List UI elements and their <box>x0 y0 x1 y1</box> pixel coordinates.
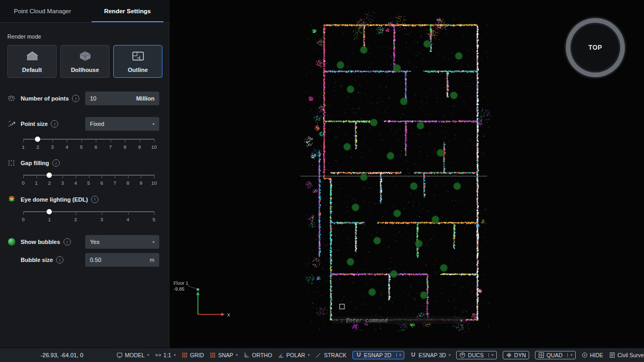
status-item-strack[interactable]: STRACK <box>315 352 347 358</box>
slider-tick <box>52 139 53 142</box>
chevron-down-icon[interactable]: ▾ <box>308 353 310 357</box>
dyn-icon <box>506 352 512 358</box>
slider-tick <box>154 175 155 178</box>
render-mode-default-label: Default <box>22 67 42 73</box>
status-item-hide[interactable]: HIDE <box>582 352 603 358</box>
info-icon[interactable]: i <box>56 256 64 264</box>
slider-tick <box>140 139 140 142</box>
info-icon[interactable]: i <box>72 95 79 102</box>
chevron-down-icon[interactable]: ▾ <box>174 353 176 357</box>
status-item-polar[interactable]: POLAR▾ <box>278 352 310 358</box>
render-mode-outline-button[interactable]: Outline <box>113 45 162 78</box>
view-compass[interactable]: TOP <box>566 18 625 77</box>
slider-tick <box>102 211 102 215</box>
bubble-size-input[interactable]: 0.50 m <box>85 253 159 267</box>
slider-tick <box>102 175 102 178</box>
status-item-quad[interactable]: QUAD▾ <box>535 351 576 359</box>
chevron-down-icon[interactable]: ▾ <box>488 353 494 357</box>
ortho-icon <box>243 352 250 358</box>
status-item-ducs[interactable]: DUCS▾ <box>456 351 496 359</box>
slider-handle[interactable] <box>47 173 52 178</box>
slider-tick <box>76 175 76 178</box>
bubble-size-value[interactable]: 0.50 <box>90 257 101 263</box>
chevron-down-icon[interactable]: ▾ <box>147 353 149 357</box>
slider-tick-label: 3 <box>51 144 53 150</box>
status-bar: -26.93, -64.01, 0 MODEL▾1:1▾GRIDSNAP▾ORT… <box>0 348 644 362</box>
sidebar-panel: Point Cloud Manager Render Settings Rend… <box>0 0 170 348</box>
gap-filling-slider[interactable]: 012345678910 <box>23 171 154 188</box>
status-item-label: POLAR <box>286 352 305 358</box>
status-item-esnap-2d[interactable]: ESNAP 2D▾ <box>352 351 404 359</box>
render-mode-dollhouse-button[interactable]: Dollhouse <box>60 45 110 78</box>
command-colon: : <box>340 318 343 323</box>
edl-slider[interactable]: 012345 <box>23 207 154 224</box>
slider-tick <box>67 139 67 142</box>
info-icon[interactable]: i <box>91 196 98 203</box>
model-icon <box>116 352 123 358</box>
gap-filling-label: Gap filling <box>21 160 49 166</box>
status-item-esnap-3d[interactable]: ESNAP 3D▾ <box>410 352 450 358</box>
scroll-up-icon[interactable]: ▲ <box>460 318 462 322</box>
number-of-points-row: Number of points i 10 Million <box>0 92 170 105</box>
status-item-snap[interactable]: SNAP▾ <box>210 352 238 358</box>
y-axis-arrowhead <box>196 292 199 295</box>
floor-callout-line <box>188 286 197 289</box>
slider-tick-label: 10 <box>151 144 157 150</box>
slider-handle[interactable] <box>35 137 40 142</box>
outline-icon <box>131 50 145 64</box>
compass-top-label[interactable]: TOP <box>588 44 602 51</box>
number-of-points-input[interactable]: 10 Million <box>85 92 159 105</box>
tab-point-cloud-manager[interactable]: Point Cloud Manager <box>0 0 85 22</box>
gap-filling-row: Gap filling i <box>0 159 170 167</box>
point-size-dropdown[interactable]: Fixed ▾ <box>85 117 159 131</box>
slider-track[interactable] <box>23 211 154 212</box>
chevron-down-icon[interactable]: ▾ <box>152 122 155 126</box>
status-item-civil-survey[interactable]: Civil Survey▾ <box>609 352 644 358</box>
status-item-label: SNAP <box>218 352 233 358</box>
status-item-1-1[interactable]: 1:1▾ <box>155 352 176 358</box>
command-prompt[interactable]: Enter command <box>346 318 387 323</box>
info-icon[interactable]: i <box>52 159 60 167</box>
edl-layers-icon <box>6 195 17 203</box>
chevron-down-icon[interactable]: ▾ <box>236 353 238 357</box>
slider-track[interactable] <box>23 139 154 140</box>
chevron-down-icon[interactable]: ▾ <box>152 240 155 245</box>
status-item-label: STRACK <box>324 352 347 358</box>
status-item-model[interactable]: MODEL▾ <box>116 352 149 358</box>
slider-handle[interactable] <box>47 209 52 214</box>
slider-tick <box>96 139 96 142</box>
show-bubbles-selected[interactable]: Yes <box>90 239 99 245</box>
point-size-slider[interactable]: 12345678910 <box>23 135 154 152</box>
info-icon[interactable]: i <box>51 120 58 128</box>
bubble-size-row: Bubble size i 0.50 m <box>0 253 170 267</box>
status-item-label: 1:1 <box>164 352 171 358</box>
chevron-down-icon[interactable]: ▾ <box>335 318 338 322</box>
3d-viewport[interactable]: TOP Floor 1 -9.85 X ▾ : Enter command ▲ <box>170 0 644 348</box>
status-item-label: ORTHO <box>252 352 272 358</box>
chevron-down-icon[interactable]: ▾ <box>396 353 402 357</box>
status-item-ortho[interactable]: ORTHO <box>243 352 272 358</box>
slider-tick-label: 4 <box>126 216 129 222</box>
chevron-down-icon[interactable]: ▾ <box>449 353 451 357</box>
slider-tick-label: 3 <box>61 180 64 186</box>
tab-render-settings[interactable]: Render Settings <box>85 0 170 22</box>
status-item-dyn[interactable]: DYN <box>503 351 529 359</box>
slider-tick-label: 1 <box>48 216 51 222</box>
doc-icon <box>609 352 615 358</box>
info-icon[interactable]: i <box>64 238 71 246</box>
x-axis-arrowhead <box>221 313 225 316</box>
slider-tick-label: 3 <box>101 216 103 222</box>
slider-tick-label: 10 <box>151 180 157 186</box>
point-size-selected[interactable]: Fixed <box>90 121 104 127</box>
chevron-down-icon[interactable]: ▾ <box>567 353 573 357</box>
number-of-points-value[interactable]: 10 <box>90 95 96 102</box>
command-bar[interactable]: ▾ : Enter command ▲ <box>332 316 466 324</box>
status-item-grid[interactable]: GRID <box>182 352 204 358</box>
strack-icon <box>315 352 322 358</box>
quad-icon <box>538 352 545 358</box>
slider-tick <box>115 175 115 178</box>
slider-tick-label: 8 <box>126 180 129 186</box>
show-bubbles-dropdown[interactable]: Yes ▾ <box>85 235 159 249</box>
dollhouse-icon <box>78 50 92 64</box>
render-mode-default-button[interactable]: Default <box>7 45 57 78</box>
